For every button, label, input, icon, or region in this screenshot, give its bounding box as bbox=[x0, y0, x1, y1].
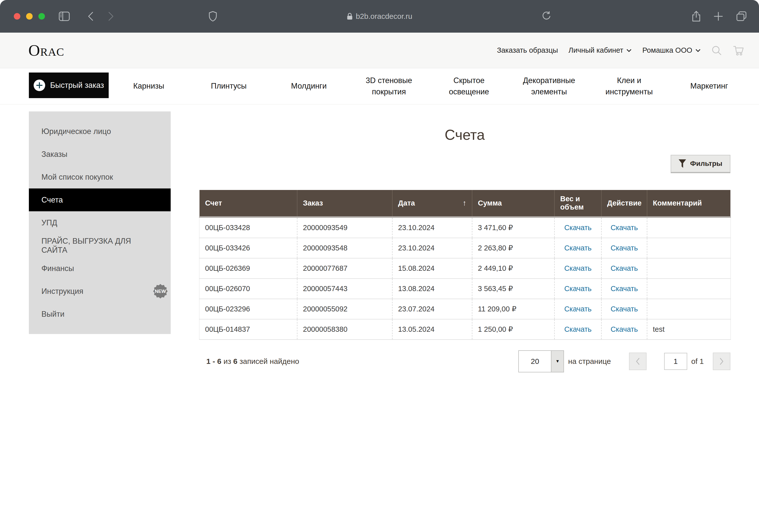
site-header: Orac Заказать образцы Личный кабинет Ром… bbox=[0, 33, 759, 68]
column-header-amount[interactable]: Сумма bbox=[472, 190, 554, 217]
column-header-comment[interactable]: Комментарий bbox=[647, 190, 731, 217]
page-title: Счета bbox=[199, 127, 730, 143]
invoice-date: 13.05.2024 bbox=[392, 319, 472, 340]
invoice-number: 00ЦБ-033428 bbox=[199, 217, 297, 238]
table-row: 00ЦБ-026070 20000057443 13.08.2024 3 563… bbox=[199, 279, 731, 299]
download-invoice-link[interactable]: Скачать bbox=[611, 224, 638, 232]
page-number-input[interactable] bbox=[664, 353, 687, 370]
invoice-comment bbox=[647, 299, 731, 319]
column-header-order[interactable]: Заказ bbox=[297, 190, 392, 217]
new-tab-icon[interactable] bbox=[714, 12, 723, 21]
plus-icon bbox=[34, 80, 45, 91]
download-weight-link[interactable]: Скачать bbox=[564, 224, 592, 232]
quick-order-button[interactable]: Быстрый заказ bbox=[29, 72, 109, 98]
minimize-window-button[interactable] bbox=[26, 13, 33, 19]
table-row: 00ЦБ-014837 20000058380 13.05.2024 1 250… bbox=[199, 319, 731, 340]
table-header-row: Счет Заказ Дата↑ Сумма Вес и объем Дейст… bbox=[199, 190, 731, 217]
zoom-window-button[interactable] bbox=[38, 13, 45, 19]
download-invoice-link[interactable]: Скачать bbox=[611, 244, 638, 252]
invoice-amount: 2 449,10 ₽ bbox=[472, 258, 554, 279]
filters-button[interactable]: Фильтры bbox=[671, 155, 730, 172]
sidebar-item-invoices[interactable]: Счета bbox=[29, 188, 171, 211]
download-invoice-link[interactable]: Скачать bbox=[611, 285, 638, 293]
invoice-date: 23.10.2024 bbox=[392, 238, 472, 258]
invoice-number: 00ЦБ-023296 bbox=[199, 299, 297, 319]
order-samples-link[interactable]: Заказать образцы bbox=[497, 46, 558, 55]
prev-page-button[interactable] bbox=[629, 353, 647, 370]
invoices-table: Счет Заказ Дата↑ Сумма Вес и объем Дейст… bbox=[199, 190, 731, 340]
address-bar[interactable]: b2b.oracdecor.ru bbox=[347, 0, 412, 33]
invoice-amount: 2 263,80 ₽ bbox=[472, 238, 554, 258]
chevron-down-icon bbox=[626, 49, 632, 52]
download-weight-link[interactable]: Скачать bbox=[564, 285, 592, 293]
reload-icon[interactable] bbox=[541, 0, 551, 33]
sidebar-toggle-icon[interactable] bbox=[59, 0, 70, 33]
table-row: 00ЦБ-033428 20000093549 23.10.2024 3 471… bbox=[199, 217, 731, 238]
order-number: 20000055092 bbox=[297, 299, 392, 319]
page-content: Юридическое лицо Заказы Мой список покуп… bbox=[0, 104, 759, 532]
order-number: 20000093549 bbox=[297, 217, 392, 238]
nav-item-marketing[interactable]: Маркетинг bbox=[669, 81, 749, 92]
forward-icon[interactable] bbox=[107, 0, 115, 33]
sidebar-item-orders[interactable]: Заказы bbox=[29, 143, 171, 166]
url-text: b2b.oracdecor.ru bbox=[356, 12, 412, 20]
lock-icon bbox=[347, 13, 353, 20]
page-size-select[interactable]: 20 ▼ bbox=[518, 350, 564, 372]
cart-icon[interactable] bbox=[733, 45, 744, 56]
sidebar-item-legal-entity[interactable]: Юридическое лицо bbox=[29, 120, 171, 143]
privacy-shield-icon[interactable] bbox=[209, 0, 217, 33]
search-icon[interactable] bbox=[711, 45, 722, 56]
invoice-comment bbox=[647, 258, 731, 279]
download-invoice-link[interactable]: Скачать bbox=[611, 264, 638, 272]
nav-item-cornices[interactable]: Карнизы bbox=[109, 81, 189, 92]
column-header-weight-volume[interactable]: Вес и объем bbox=[554, 190, 601, 217]
tabs-overview-icon[interactable] bbox=[736, 11, 747, 21]
download-invoice-link[interactable]: Скачать bbox=[611, 305, 638, 313]
page-of-label: of 1 bbox=[691, 357, 704, 365]
nav-item-glues-tools[interactable]: Клеи и инструменты bbox=[589, 75, 669, 97]
share-icon[interactable] bbox=[692, 11, 701, 22]
invoice-amount: 1 250,00 ₽ bbox=[472, 319, 554, 340]
sidebar-item-instruction[interactable]: Инструкция NEW bbox=[29, 280, 171, 303]
invoice-date: 13.08.2024 bbox=[392, 279, 472, 299]
download-weight-link[interactable]: Скачать bbox=[564, 305, 592, 313]
nav-item-skirtings[interactable]: Плинтусы bbox=[189, 81, 269, 92]
column-header-action[interactable]: Действие bbox=[601, 190, 647, 217]
records-summary: 1 - 6 из 6 записей найдено bbox=[206, 357, 299, 365]
account-menu[interactable]: Личный кабинет bbox=[569, 46, 632, 55]
sidebar-item-shopping-list[interactable]: Мой список покупок bbox=[29, 166, 171, 188]
orac-logo[interactable]: Orac bbox=[28, 42, 64, 58]
sidebar-item-price-export[interactable]: ПРАЙС, ВЫГРУЗКА ДЛЯ САЙТА bbox=[29, 234, 171, 257]
next-page-button[interactable] bbox=[713, 353, 730, 370]
invoice-number: 00ЦБ-033426 bbox=[199, 238, 297, 258]
nav-item-moldings[interactable]: Молдинги bbox=[269, 81, 349, 92]
download-invoice-link[interactable]: Скачать bbox=[611, 325, 638, 333]
back-icon[interactable] bbox=[87, 0, 94, 33]
nav-item-hidden-lighting[interactable]: Скрытое освещение bbox=[429, 75, 509, 97]
invoice-date: 23.07.2024 bbox=[392, 299, 472, 319]
invoice-number: 00ЦБ-026070 bbox=[199, 279, 297, 299]
sort-ascending-icon[interactable]: ↑ bbox=[462, 199, 466, 207]
close-window-button[interactable] bbox=[14, 13, 20, 19]
sidebar-item-upd[interactable]: УПД bbox=[29, 211, 171, 234]
column-header-invoice[interactable]: Счет bbox=[199, 190, 297, 217]
invoice-comment bbox=[647, 217, 731, 238]
new-badge: NEW bbox=[153, 284, 168, 299]
nav-item-decorative-elements[interactable]: Декоративные элементы bbox=[509, 75, 589, 97]
sidebar-item-finance[interactable]: Финансы bbox=[29, 257, 171, 280]
invoice-comment bbox=[647, 279, 731, 299]
invoices-main: Счета Фильтры Счет Заказ Дата↑ bbox=[199, 104, 730, 372]
column-header-date[interactable]: Дата↑ bbox=[392, 190, 472, 217]
company-menu[interactable]: Ромашка ООО bbox=[642, 46, 701, 55]
select-caret-icon: ▼ bbox=[551, 351, 564, 372]
download-weight-link[interactable]: Скачать bbox=[564, 264, 592, 272]
account-sidebar: Юридическое лицо Заказы Мой список покуп… bbox=[29, 111, 171, 334]
invoice-number: 00ЦБ-014837 bbox=[199, 319, 297, 340]
invoice-date: 15.08.2024 bbox=[392, 258, 472, 279]
filter-icon bbox=[679, 159, 686, 168]
sidebar-item-logout[interactable]: Выйти bbox=[29, 303, 171, 325]
browser-toolbar: b2b.oracdecor.ru bbox=[0, 0, 759, 33]
download-weight-link[interactable]: Скачать bbox=[564, 244, 592, 252]
download-weight-link[interactable]: Скачать bbox=[564, 325, 592, 333]
nav-item-3d-wall-coverings[interactable]: 3D стеновые покрытия bbox=[349, 75, 429, 97]
